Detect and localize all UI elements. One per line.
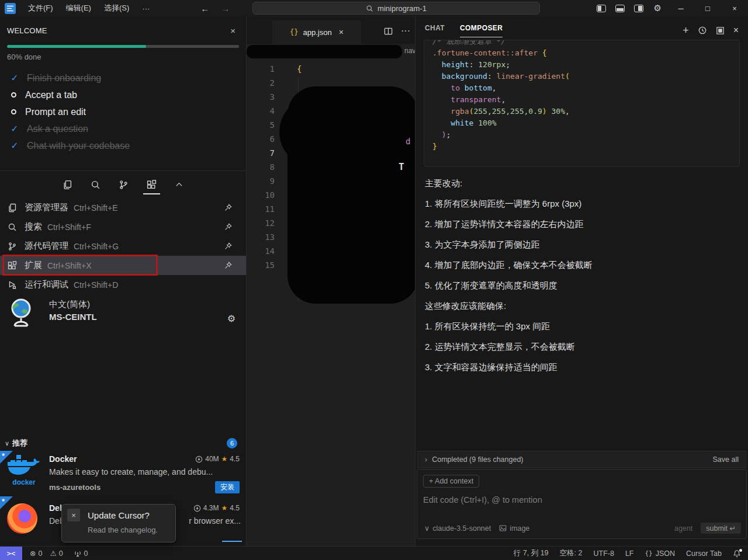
code-token: ;: [446, 130, 451, 139]
forward-icon[interactable]: →: [215, 4, 236, 13]
status-bar: >< ⊗ 0 ⚠ 0 0 行 7, 列 19空格: 2UTF-8LF{}JSON…: [0, 546, 748, 560]
recommended-title: 推荐: [12, 438, 27, 448]
toggle-panel-icon[interactable]: [615, 5, 625, 12]
tab-close-icon[interactable]: ×: [339, 27, 344, 37]
toggle-sidebar-icon[interactable]: [597, 5, 606, 12]
extension-description: Makes it easy to create, manage, and deb…: [49, 467, 241, 476]
status-item-label: 行 7, 列 19: [514, 548, 549, 558]
view-menu-item-explorer[interactable]: 资源管理器Ctrl+Shift+E: [0, 198, 246, 217]
expand-icon[interactable]: [716, 26, 725, 35]
search-icon: [8, 222, 19, 232]
breadcrumb[interactable]: nav: [247, 44, 415, 59]
popup-title: Update Cursor?: [88, 510, 150, 520]
menu-file[interactable]: 文件(F): [22, 3, 60, 13]
editor-more-actions-icon[interactable]: ···: [401, 26, 410, 36]
welcome-close-icon[interactable]: ×: [227, 26, 239, 36]
toggle-secondary-sidebar-icon[interactable]: [634, 5, 643, 12]
extensions-icon[interactable]: [146, 178, 158, 192]
extensions-icon: [8, 261, 19, 270]
settings-gear-icon[interactable]: ⚙: [654, 3, 662, 13]
status-item-json[interactable]: {}JSON: [645, 549, 675, 558]
status-item--7-19[interactable]: 行 7, 列 19: [514, 548, 549, 558]
pin-icon[interactable]: [224, 204, 232, 211]
close-button[interactable]: ×: [721, 0, 748, 16]
image-button[interactable]: image: [499, 524, 529, 533]
status-item-utf-8[interactable]: UTF-8: [593, 549, 614, 558]
app-logo-icon: [5, 3, 16, 14]
welcome-item-label: Finish onboarding: [27, 73, 101, 84]
code-block-line: .fortune-content::after {: [432, 47, 731, 59]
tab-composer[interactable]: COMPOSER: [460, 24, 503, 37]
popup-changelog-link[interactable]: Read the changelog.: [88, 526, 158, 534]
ports-indicator[interactable]: 0: [74, 549, 88, 558]
split-editor-icon[interactable]: [384, 27, 393, 36]
welcome-item[interactable]: ✓Finish onboarding: [7, 69, 239, 86]
minimize-button[interactable]: ─: [667, 0, 694, 16]
tab-appjson[interactable]: {} app.json ×: [272, 20, 361, 44]
welcome-item[interactable]: ✓Chat with your codebase: [7, 137, 239, 154]
back-icon[interactable]: ←: [195, 4, 215, 13]
status-item-cursor-tab[interactable]: Cursor Tab: [686, 549, 722, 558]
extension-publisher: ms-azuretools: [49, 483, 101, 492]
code-block-line: background: linear-gradient(: [432, 71, 731, 82]
explorer-icon[interactable]: [61, 178, 74, 192]
line-number: 14: [247, 244, 278, 258]
history-icon[interactable]: [698, 26, 707, 35]
sidebar: WELCOME × 60% done ✓Finish onboardingAcc…: [0, 16, 247, 546]
close-panel-icon[interactable]: ×: [733, 25, 739, 36]
code-area[interactable]: 123456789101112131415 {} d T: [247, 62, 415, 284]
source-control-icon[interactable]: [117, 178, 130, 192]
welcome-item[interactable]: ✓Ask a question: [7, 120, 239, 137]
search-view-icon[interactable]: [89, 178, 102, 192]
collapse-chevron-up-icon[interactable]: [174, 178, 185, 192]
update-cursor-popup[interactable]: × Update Cursor? Read the changelog.: [61, 504, 176, 542]
extension-item-docker[interactable]: ★ docker Docker: [0, 451, 245, 500]
rating-value: 4.5: [230, 455, 240, 463]
add-context-chip[interactable]: + Add context: [423, 475, 479, 488]
pin-icon[interactable]: [224, 223, 232, 231]
menu-more[interactable]: ···: [136, 4, 156, 13]
search-value: miniprogram-1: [378, 4, 427, 13]
tab-chat[interactable]: CHAT: [425, 24, 445, 37]
notifications-bell-icon[interactable]: [733, 549, 741, 558]
summary-paragraph: 1. 将所有区块间距统一调整为 6rpx (3px): [425, 198, 740, 210]
agent-label[interactable]: agent: [674, 524, 692, 533]
view-menu-item-extensions[interactable]: 扩展Ctrl+Shift+X: [0, 256, 246, 275]
recommended-corner-badge: ★: [0, 496, 13, 509]
model-selector[interactable]: ∨ claude-3.5-sonnet: [424, 524, 491, 533]
view-menu-item-debug[interactable]: 运行和调试Ctrl+Shift+D: [0, 275, 246, 294]
language-pack-item[interactable]: 中文(简体) MS-CEINTL ⚙: [0, 297, 246, 333]
save-all-button[interactable]: Save all: [713, 455, 739, 464]
view-menu-item-scm[interactable]: 源代码管理Ctrl+Shift+G: [0, 236, 246, 256]
new-composer-icon[interactable]: +: [683, 25, 689, 36]
composer-input[interactable]: + Add context Edit code (Ctrl+I), @ to m…: [417, 469, 747, 539]
completed-bar[interactable]: › Completed (9 files changed) Save all: [417, 451, 747, 468]
welcome-item[interactable]: Accept a tab: [7, 86, 239, 103]
progress-fill: [7, 45, 146, 48]
remote-indicator[interactable]: ><: [0, 547, 22, 560]
line-number: 2: [247, 76, 278, 90]
code-token: height: [432, 60, 469, 69]
pin-icon[interactable]: [224, 262, 232, 269]
status-item-lf[interactable]: LF: [625, 549, 634, 558]
search-box[interactable]: miniprogram-1: [252, 2, 540, 15]
view-menu-item-search[interactable]: 搜索Ctrl+Shift+F: [0, 217, 246, 236]
recommended-header[interactable]: ∨ 推荐 6: [0, 436, 245, 451]
pin-icon[interactable]: [224, 242, 232, 250]
problems-warnings[interactable]: ⚠ 0: [50, 549, 63, 558]
extension-gear-icon[interactable]: ⚙: [227, 313, 236, 324]
code-token: 255,255,255,0.9: [473, 107, 542, 116]
install-button[interactable]: 安装: [215, 481, 240, 493]
popup-close-icon[interactable]: ×: [67, 509, 80, 521]
problems-errors[interactable]: ⊗ 0: [30, 549, 42, 558]
line-number: 6: [247, 132, 278, 146]
code-token: {: [538, 48, 547, 57]
menu-edit[interactable]: 编辑(E): [60, 3, 98, 13]
summary-paragraph: 5. 优化了渐变遮罩的高度和透明度: [425, 280, 740, 291]
status-item--2[interactable]: 空格: 2: [560, 548, 583, 558]
welcome-item[interactable]: Prompt an edit: [7, 103, 239, 120]
maximize-button[interactable]: □: [694, 0, 721, 16]
broadcast-icon: [74, 549, 82, 558]
menu-select[interactable]: 选择(S): [98, 3, 136, 13]
submit-button[interactable]: submit ↵: [701, 523, 741, 534]
